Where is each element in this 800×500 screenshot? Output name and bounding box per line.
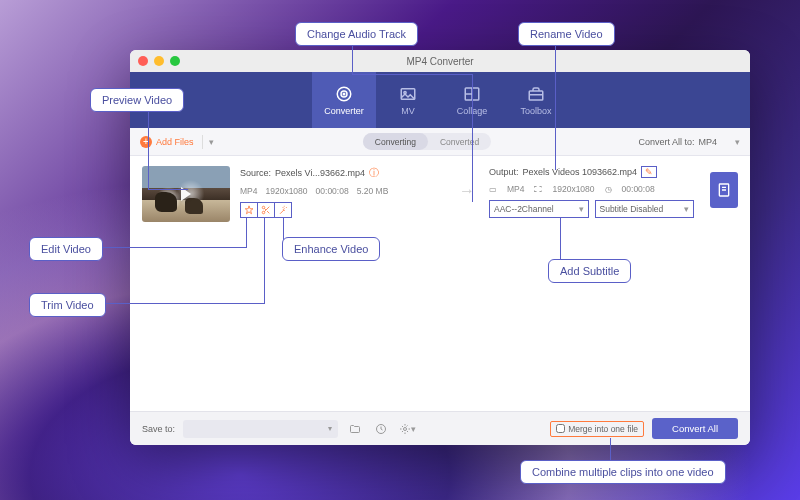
nav-mv-label: MV <box>401 106 415 116</box>
callout-preview: Preview Video <box>90 88 184 112</box>
trim-button[interactable] <box>257 202 275 218</box>
audio-track-select[interactable]: AAC--2Channel <box>489 200 589 218</box>
film-icon: ▭ <box>489 185 497 194</box>
save-to-label: Save to: <box>142 424 175 434</box>
star-icon <box>244 205 254 215</box>
video-thumbnail[interactable] <box>142 166 230 222</box>
output-format-button[interactable] <box>710 172 738 208</box>
output-filename: Pexels Videos 1093662.mp4 <box>523 167 637 177</box>
output-meta: Output: Pexels Videos 1093662.mp4 ✎ ▭MP4… <box>489 166 694 218</box>
add-files-button[interactable]: + Add Files ▾ <box>140 135 216 149</box>
nav-toolbox-label: Toolbox <box>520 106 551 116</box>
content-area: Source: Pexels Vi...93662.mp4 ⓘ MP4 1920… <box>130 156 750 411</box>
svg-point-8 <box>262 211 265 214</box>
output-label: Output: <box>489 167 519 177</box>
window-title: MP4 Converter <box>130 56 750 67</box>
nav-converter-label: Converter <box>324 106 364 116</box>
target-icon <box>335 85 353 103</box>
settings-icon[interactable]: ▾ <box>398 420 416 438</box>
callout-trim: Trim Video <box>29 293 106 317</box>
out-format: MP4 <box>507 184 524 194</box>
out-duration: 00:00:08 <box>622 184 655 194</box>
callout-change-audio: Change Audio Track <box>295 22 418 46</box>
svg-point-2 <box>343 93 345 95</box>
enhance-button[interactable] <box>274 202 292 218</box>
arrow-icon: → <box>455 182 479 200</box>
wand-icon <box>278 205 288 215</box>
out-resolution: 1920x1080 <box>552 184 594 194</box>
callout-add-subtitle: Add Subtitle <box>548 259 631 283</box>
convert-all-to: Convert All to: MP4▾ <box>638 137 740 147</box>
video-item: Source: Pexels Vi...93662.mp4 ⓘ MP4 1920… <box>142 166 738 222</box>
src-resolution: 1920x1080 <box>265 186 307 196</box>
merge-input[interactable] <box>556 424 565 433</box>
edit-toolbar <box>240 202 445 218</box>
plus-icon: + <box>140 136 152 148</box>
tab-converting[interactable]: Converting <box>363 133 428 150</box>
convert-all-button[interactable]: Convert All <box>652 418 738 439</box>
svg-point-11 <box>403 427 406 430</box>
subtitle-select[interactable]: Subtitle Disabled <box>595 200 695 218</box>
src-format: MP4 <box>240 186 257 196</box>
merge-checkbox[interactable]: Merge into one file <box>550 421 644 437</box>
toolbar: + Add Files ▾ Converting Converted Conve… <box>130 128 750 156</box>
main-nav: Converter MV Collage Toolbox <box>130 72 750 128</box>
toolbox-icon <box>527 85 545 103</box>
scissors-icon <box>261 205 271 215</box>
clock-icon: ◷ <box>605 185 612 194</box>
convert-all-to-label: Convert All to: <box>638 137 694 147</box>
chevron-down-icon[interactable]: ▾ <box>202 135 216 149</box>
folder-icon[interactable] <box>346 420 364 438</box>
callout-enhance: Enhance Video <box>282 237 380 261</box>
callout-combine: Combine multiple clips into one video <box>520 460 726 484</box>
nav-converter[interactable]: Converter <box>312 72 376 128</box>
image-icon <box>399 85 417 103</box>
speed-icon[interactable] <box>372 420 390 438</box>
merge-label: Merge into one file <box>568 424 638 434</box>
document-icon <box>716 182 732 198</box>
footer: Save to: ▾ ▾ Merge into one file Convert… <box>130 411 750 445</box>
src-size: 5.20 MB <box>357 186 389 196</box>
tab-converted[interactable]: Converted <box>428 133 491 150</box>
clear-source-icon[interactable]: ⓘ <box>369 166 379 180</box>
add-files-label: Add Files <box>156 137 194 147</box>
svg-point-7 <box>262 206 265 209</box>
source-filename: Pexels Vi...93662.mp4 <box>275 168 365 178</box>
nav-mv[interactable]: MV <box>376 72 440 128</box>
rename-button[interactable]: ✎ <box>641 166 657 178</box>
source-meta: Source: Pexels Vi...93662.mp4 ⓘ MP4 1920… <box>240 166 445 218</box>
expand-icon: ⛶ <box>534 185 542 194</box>
source-label: Source: <box>240 168 271 178</box>
edit-button[interactable] <box>240 202 258 218</box>
callout-edit: Edit Video <box>29 237 103 261</box>
nav-toolbox[interactable]: Toolbox <box>504 72 568 128</box>
save-to-select[interactable]: ▾ <box>183 420 338 438</box>
src-duration: 00:00:08 <box>316 186 349 196</box>
format-select[interactable]: MP4▾ <box>698 137 740 147</box>
titlebar: MP4 Converter <box>130 50 750 72</box>
callout-rename: Rename Video <box>518 22 615 46</box>
